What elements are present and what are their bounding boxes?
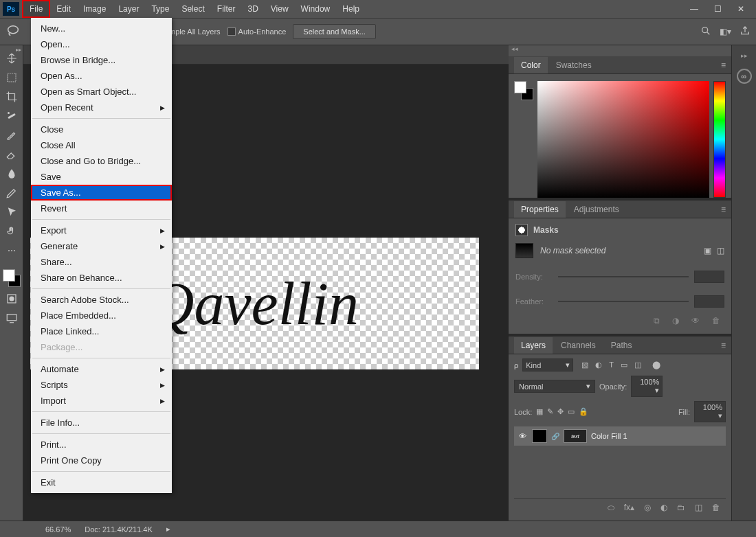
panel-menu-icon[interactable]: ≡ bbox=[715, 60, 731, 70]
mask-invert-icon[interactable]: ◑ bbox=[672, 316, 679, 325]
file-menu-open-recent[interactable]: Open Recent▶ bbox=[31, 100, 172, 115]
color-swatch[interactable] bbox=[514, 81, 533, 100]
move-tool[interactable] bbox=[3, 51, 20, 66]
tab-adjustments[interactable]: Adjustments bbox=[567, 201, 626, 218]
filter-type-icon[interactable]: T bbox=[609, 361, 614, 369]
file-menu-browse-in-bridge[interactable]: Browse in Bridge... bbox=[31, 52, 172, 68]
blend-mode-select[interactable]: Normal▾ bbox=[514, 380, 595, 393]
crop-tool[interactable] bbox=[3, 89, 20, 104]
active-tool-icon[interactable] bbox=[5, 23, 21, 41]
panel-menu-icon[interactable]: ≡ bbox=[715, 205, 731, 214]
file-menu-new[interactable]: New... bbox=[31, 21, 172, 36]
menu-file[interactable]: File bbox=[22, 0, 50, 18]
file-menu-export[interactable]: Export▶ bbox=[31, 222, 172, 238]
quick-mask-toggle[interactable] bbox=[3, 291, 20, 306]
more-tools[interactable]: ⋯ bbox=[3, 243, 20, 258]
tab-layers[interactable]: Layers bbox=[514, 337, 553, 354]
select-and-mask-button[interactable]: Select and Mask... bbox=[293, 24, 376, 39]
adjustment-layer-icon[interactable]: ◐ bbox=[660, 503, 667, 512]
pixel-mask-icon[interactable]: ▣ bbox=[704, 246, 711, 255]
file-menu-open-as-smart-object[interactable]: Open as Smart Object... bbox=[31, 84, 172, 100]
file-menu-scripts[interactable]: Scripts▶ bbox=[31, 377, 172, 393]
menu-help[interactable]: Help bbox=[336, 0, 366, 18]
foreground-background-swatch[interactable] bbox=[3, 269, 21, 287]
file-menu-exit[interactable]: Exit bbox=[31, 475, 172, 490]
status-disclosure-icon[interactable]: ▸ bbox=[166, 525, 170, 534]
doc-size[interactable]: Doc: 211.4K/211.4K bbox=[85, 525, 152, 534]
lock-position-icon[interactable]: ✥ bbox=[557, 407, 564, 416]
file-menu-search-adobe-stock[interactable]: Search Adobe Stock... bbox=[31, 292, 172, 308]
fill-value[interactable]: 100% ▾ bbox=[694, 401, 726, 422]
share-icon[interactable] bbox=[740, 25, 751, 38]
feather-slider[interactable] bbox=[558, 301, 689, 302]
filter-smart-icon[interactable]: ◫ bbox=[634, 361, 641, 369]
lock-pixels-icon[interactable]: ✎ bbox=[547, 407, 553, 416]
group-icon[interactable]: 🗀 bbox=[677, 503, 685, 512]
menu-3d[interactable]: 3D bbox=[241, 0, 264, 18]
layer-item[interactable]: 👁 🔗 text Color Fill 1 bbox=[514, 426, 726, 446]
menu-image[interactable]: Image bbox=[77, 0, 112, 18]
tab-properties[interactable]: Properties bbox=[514, 201, 566, 218]
lock-artboard-icon[interactable]: ▭ bbox=[568, 407, 575, 416]
lock-transparency-icon[interactable]: ▦ bbox=[536, 407, 543, 416]
bucket-tool[interactable] bbox=[3, 166, 20, 181]
foreground-color[interactable] bbox=[3, 269, 15, 282]
mask-delete-icon[interactable]: 🗑 bbox=[712, 316, 720, 325]
add-mask-icon[interactable]: ◎ bbox=[644, 503, 651, 512]
screen-mode-toggle[interactable] bbox=[3, 310, 20, 325]
file-menu-generate[interactable]: Generate▶ bbox=[31, 238, 172, 254]
sidebar-collapse-icon[interactable]: ▸▸ bbox=[741, 52, 748, 59]
file-menu-open-as[interactable]: Open As... bbox=[31, 68, 172, 84]
toolbar-collapse-icon[interactable]: ▸▸ bbox=[16, 47, 21, 53]
file-menu-share[interactable]: Share... bbox=[31, 254, 172, 270]
file-menu-print-one-copy[interactable]: Print One Copy bbox=[31, 453, 172, 468]
pen-tool[interactable] bbox=[3, 185, 20, 201]
delete-layer-icon[interactable]: 🗑 bbox=[712, 503, 720, 512]
menu-layer[interactable]: Layer bbox=[112, 0, 145, 18]
file-menu-save[interactable]: Save bbox=[31, 169, 172, 185]
file-menu-save-as[interactable]: Save As... bbox=[31, 185, 172, 201]
tab-swatches[interactable]: Swatches bbox=[549, 57, 599, 73]
file-menu-close-and-go-to-bridge[interactable]: Close and Go to Bridge... bbox=[31, 153, 172, 169]
menu-type[interactable]: Type bbox=[145, 0, 175, 18]
file-menu-print[interactable]: Print... bbox=[31, 437, 172, 453]
color-field[interactable] bbox=[537, 81, 709, 198]
file-menu-import[interactable]: Import▶ bbox=[31, 393, 172, 409]
menu-filter[interactable]: Filter bbox=[211, 0, 242, 18]
zoom-level[interactable]: 66.67% bbox=[45, 525, 71, 534]
healing-tool[interactable] bbox=[3, 108, 20, 124]
filter-pixel-icon[interactable]: ▧ bbox=[581, 361, 588, 369]
layer-name[interactable]: Color Fill 1 bbox=[591, 432, 627, 440]
tab-channels[interactable]: Channels bbox=[554, 337, 603, 354]
vector-mask-icon[interactable]: ◫ bbox=[717, 246, 724, 255]
filter-adjust-icon[interactable]: ◐ bbox=[595, 361, 602, 369]
menu-select[interactable]: Select bbox=[175, 0, 210, 18]
file-menu-file-info[interactable]: File Info... bbox=[31, 415, 172, 431]
density-value[interactable] bbox=[694, 271, 724, 283]
brush-tool[interactable] bbox=[3, 128, 20, 143]
hue-slider[interactable] bbox=[713, 81, 726, 198]
layer-visibility-icon[interactable]: 👁 bbox=[517, 432, 528, 440]
cc-libraries-icon[interactable]: ∞ bbox=[737, 69, 752, 84]
path-select-tool[interactable] bbox=[3, 205, 20, 220]
auto-enhance-checkbox[interactable]: Auto-Enhance bbox=[227, 27, 287, 36]
eraser-tool[interactable] bbox=[3, 147, 20, 162]
menu-window[interactable]: Window bbox=[295, 0, 337, 18]
close-button[interactable]: ✕ bbox=[735, 4, 746, 14]
tab-paths[interactable]: Paths bbox=[604, 337, 639, 354]
density-slider[interactable] bbox=[558, 276, 689, 277]
menu-edit[interactable]: Edit bbox=[50, 0, 77, 18]
filter-shape-icon[interactable]: ▭ bbox=[621, 361, 627, 369]
filter-toggle[interactable]: ⬤ bbox=[652, 361, 660, 369]
layer-filter-kind[interactable]: Kind▾ bbox=[522, 358, 573, 372]
lock-all-icon[interactable]: 🔒 bbox=[579, 407, 588, 416]
maximize-button[interactable]: ☐ bbox=[712, 4, 723, 14]
minimize-button[interactable]: — bbox=[689, 4, 700, 14]
menu-view[interactable]: View bbox=[265, 0, 295, 18]
file-menu-place-linked[interactable]: Place Linked... bbox=[31, 323, 172, 339]
tab-color[interactable]: Color bbox=[514, 57, 548, 73]
new-layer-icon[interactable]: ◫ bbox=[695, 503, 702, 512]
workspace-switcher-icon[interactable]: ◧▾ bbox=[720, 27, 731, 36]
mask-load-icon[interactable]: ⧉ bbox=[654, 316, 660, 325]
file-menu-place-embedded[interactable]: Place Embedded... bbox=[31, 308, 172, 323]
